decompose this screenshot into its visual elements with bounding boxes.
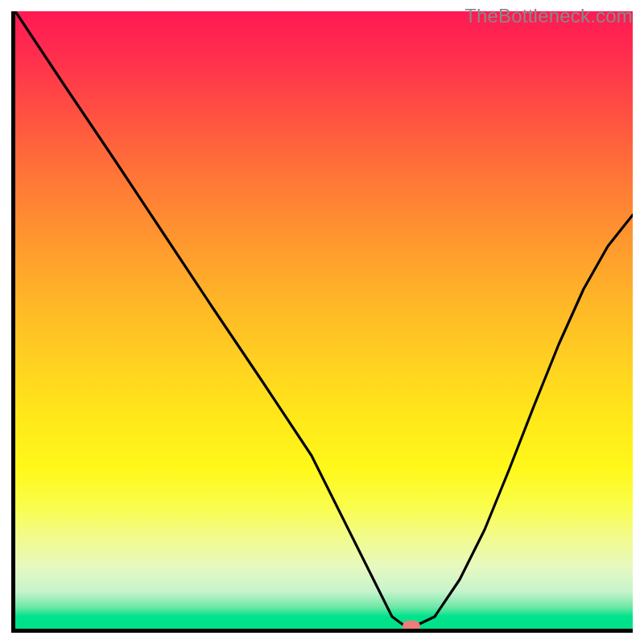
watermark-text: TheBottleneck.com bbox=[464, 5, 633, 27]
bottleneck-chart: TheBottleneck.com bbox=[0, 0, 644, 644]
optimal-marker bbox=[402, 621, 420, 632]
bottleneck-curve-path bbox=[15, 11, 633, 625]
curve-layer bbox=[15, 11, 633, 629]
plot-area bbox=[11, 11, 633, 633]
